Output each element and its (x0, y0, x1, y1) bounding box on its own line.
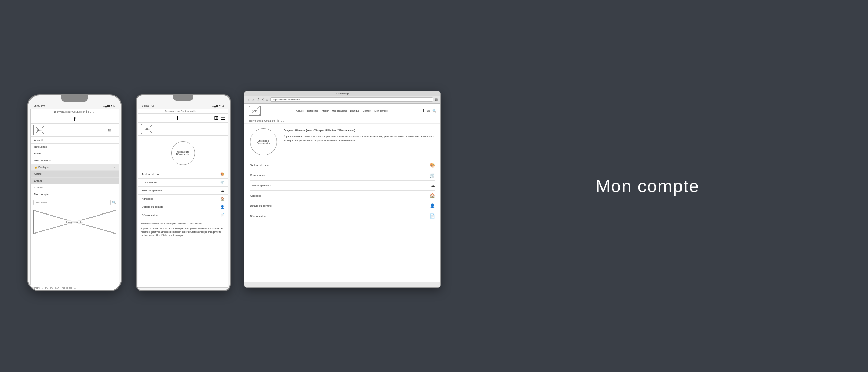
phone1-nav: Accueil Retouches Atelier Mes créations … (31, 137, 119, 198)
tablet-fb-bar: f ⊞ ☰ (138, 114, 228, 123)
phone1-nav-contact[interactable]: Contact (31, 184, 119, 191)
details-compte-icon: 👤 (220, 205, 224, 209)
forward-button[interactable]: ▷ (252, 98, 255, 101)
tablet-mockup: 04:53 PM ▂▄▆ ✦ ⊡ Bienvenue sur Couture e… (136, 94, 231, 291)
phone1-image-placeholder: Image retouche (33, 210, 116, 234)
tablet-greeting: Bonjour Utilisateur (Vous n'êtes pas Uti… (141, 222, 225, 225)
phone1-nav-retouches[interactable]: Retouches (31, 144, 119, 150)
tablet-time: 04:53 PM (142, 104, 154, 107)
browser-nav-atelier[interactable]: Atelier (322, 110, 329, 112)
tablet-menu-telechargements[interactable]: Téléchargements ☁ (138, 187, 228, 195)
tablet-logo-text: Logo (145, 128, 149, 130)
browser-menu-tableau-bord[interactable]: Tableau de bord 🎨 (250, 160, 435, 170)
browser-site-header: Logo Accueil Retouches Atelier Mes créat… (244, 104, 440, 118)
tablet-menu: Tableau de bord 🎨 Commandes 🛒 Télécharge… (138, 170, 228, 219)
phone1-search-icon[interactable]: 🔍 (112, 201, 116, 204)
phone1-nav-enfant[interactable]: Enfant (31, 178, 119, 184)
phone1-nav-mes-creations[interactable]: Mes créations (31, 157, 119, 164)
hamburger-icon[interactable]: ☰ (113, 128, 116, 132)
browser-account-text-block: Bonjour Utilisateur (Vous n'êtes pas Uti… (284, 128, 435, 155)
phone1-hamburger-area: ⊞ ☰ (108, 128, 116, 132)
browser-menu-adresses[interactable]: Adresses 🏠 (250, 191, 435, 201)
phone1-search-area: 🔍 (31, 198, 119, 207)
browser-search-icon[interactable]: ⊡ (435, 98, 438, 101)
phone1-search-input[interactable] (33, 200, 111, 205)
tablet-menu-icon[interactable]: ☰ (220, 115, 225, 121)
browser-search-bar-icon[interactable]: 🔍 (432, 109, 436, 113)
lock-icon: 🔒 (34, 166, 37, 169)
browser-nav-boutique[interactable]: Boutique (350, 110, 360, 112)
browser-tableau-bord-icon: 🎨 (430, 163, 435, 168)
phone1-nav-mon-compte[interactable]: Mon compte (31, 191, 119, 198)
phone1-nav-atelier[interactable]: Atelier (31, 150, 119, 157)
phone1-logo-text: Logo (37, 129, 41, 131)
browser-menu-telechargements[interactable]: Téléchargements ☁ (250, 181, 435, 191)
tablet-user-circle: Utilisateurs Déconnexion (171, 141, 195, 165)
browser-account-menu: Tableau de bord 🎨 Commandes 🛒 Télécharge… (244, 160, 440, 221)
stop-button[interactable]: ✕ (261, 98, 264, 101)
tablet-menu-deconnexion[interactable]: Déconnexion 📄 (138, 211, 228, 219)
tablet-grid-icon[interactable]: ⊞ (214, 115, 218, 121)
browser-notification-icon[interactable]: ✉ (427, 109, 430, 113)
tablet-hamburger: ⊞ ☰ (214, 115, 225, 121)
browser-nav-mes-creations[interactable]: Mes créations (332, 110, 347, 112)
tablet-logo-bar: Logo (138, 123, 228, 136)
browser-menu-details-compte[interactable]: Détails du compte 👤 (250, 201, 435, 211)
phone1-facebook-icon: f (74, 116, 76, 122)
browser-nav-retouches[interactable]: Retouches (307, 110, 318, 112)
browser-logo: Logo (249, 106, 261, 116)
tablet-menu-adresses[interactable]: Adresses 🏠 (138, 195, 228, 203)
tablet-menu-tableau-bord[interactable]: Tableau de bord 🎨 (138, 170, 228, 179)
back-button[interactable]: ◁ (247, 98, 250, 101)
tablet-signal: ▂▄▆ ✦ ⊡ (212, 104, 224, 107)
browser-title-text: A Web Page (336, 92, 349, 95)
browser-menu-commandes[interactable]: Commandes 🛒 (250, 170, 435, 181)
boutique-label-group: 🔒 Boutique (34, 166, 49, 169)
phone1-header-text: Bienvenue sur Couture en Île ... ... (54, 110, 95, 113)
browser-nav-mon-compte[interactable]: Mon compte (374, 110, 388, 112)
browser-adresses-icon: 🏠 (430, 193, 435, 198)
browser-site-nav: Accueil Retouches Atelier Mes créations … (296, 110, 388, 112)
telechargements-icon: ☁ (221, 189, 224, 192)
browser-top-text: Bienvenue sur Couture en Île ... ... (244, 118, 440, 124)
phone1-nav-boutique[interactable]: 🔒 Boutique - (31, 164, 119, 171)
browser-details-compte-icon: 👤 (430, 203, 435, 208)
commandes-icon: 🛒 (220, 181, 224, 184)
grid-icon[interactable]: ⊞ (108, 128, 111, 132)
deconnexion-icon: 📄 (220, 213, 224, 217)
tablet-menu-commandes[interactable]: Commandes 🛒 (138, 179, 228, 187)
browser-titlebar: A Web Page (244, 91, 440, 96)
phone1-header: Bienvenue sur Couture en Île ... ... (31, 109, 119, 115)
phone1-nav-adulte[interactable]: Adulte (31, 171, 119, 178)
phone1-logo: Logo (33, 125, 45, 135)
tablet-header-text: Bienvenue sur Couture en Île ... ... (165, 110, 201, 112)
tablet-account-text: Bonjour Utilisateur (Vous n'êtes pas Uti… (138, 219, 228, 240)
phone1-image-label: Image retouche (65, 220, 84, 224)
browser-menu-deconnexion[interactable]: Déconnexion 📄 (250, 211, 435, 221)
tablet-menu-details-compte[interactable]: Détails du compte 👤 (138, 203, 228, 211)
browser-telechargements-icon: ☁ (431, 183, 435, 188)
adresses-icon: 🏠 (220, 197, 224, 201)
tablet-header: Bienvenue sur Couture en Île ... ... (138, 109, 228, 114)
browser-content: Logo Accueil Retouches Atelier Mes créat… (244, 104, 440, 282)
browser-mockup: A Web Page ◁ ▷ ↺ ✕ ⌂ ⊡ Logo Accueil Reto… (244, 91, 441, 288)
browser-site-header-text: Bienvenue sur Couture en Île ... ... (249, 119, 284, 122)
home-button[interactable]: ⌂ (266, 98, 268, 101)
browser-nav-contact[interactable]: Contact (363, 110, 371, 112)
browser-user-circle: Utilisateurs Déconnexion (250, 128, 277, 155)
tablet-logo: Logo (141, 124, 153, 134)
phone-mockup-1: 05:08 PM ▂▄▆ ✦ ⊡ Bienvenue sur Couture e… (27, 94, 122, 291)
refresh-button[interactable]: ↺ (257, 98, 259, 101)
page-label: Mon compte (454, 176, 841, 196)
phone1-logo-bar: Logo ⊞ ☰ (31, 124, 119, 137)
browser-facebook-icon: f (423, 108, 424, 113)
phone1-nav-accueil[interactable]: Accueil (31, 137, 119, 144)
browser-nav-accueil[interactable]: Accueil (296, 110, 304, 112)
url-bar[interactable] (270, 97, 433, 102)
browser-main-content: Utilisateurs Déconnexion Bonjour Utilisa… (244, 124, 440, 160)
browser-deconnexion-icon: 📄 (430, 213, 435, 219)
tablet-status: 04:53 PM ▂▄▆ ✦ ⊡ (137, 103, 230, 109)
phone1-status: 05:08 PM ▂▄▆ ✦ ⊡ (28, 103, 121, 109)
phone1-facebook-bar: f (31, 115, 119, 124)
browser-header-right: f ✉ 🔍 (423, 108, 436, 113)
